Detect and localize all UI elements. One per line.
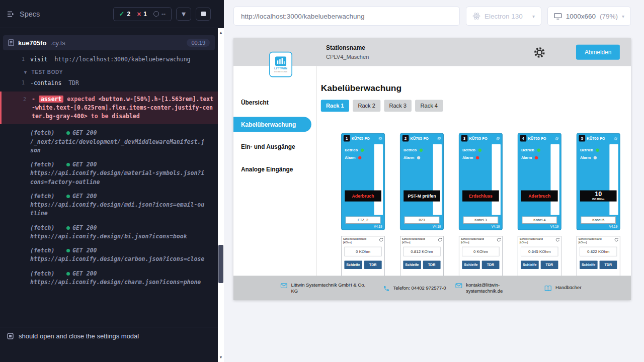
- schleife-button[interactable]: Schleife: [462, 261, 479, 269]
- refresh-button[interactable]: [379, 238, 383, 242]
- spec-name: kue705fo: [18, 39, 46, 47]
- module-model: KÜ705-FO: [528, 136, 546, 141]
- resistance-value: 0.812 KOhm: [403, 247, 440, 256]
- tab-rack-4[interactable]: Rack 4: [415, 100, 443, 112]
- station-info: Stationsname CPLV4_Maschen: [326, 44, 369, 60]
- module-gear-button[interactable]: [554, 136, 559, 141]
- footer-email[interactable]: kontakt@littwin-systemtechnik.de: [455, 282, 544, 295]
- cable-name-field[interactable]: Kabel 5: [581, 217, 616, 224]
- alarm-led: [358, 156, 361, 159]
- sidebar-item-uebersicht[interactable]: Übersicht: [233, 95, 316, 110]
- fetch-log-row[interactable]: (fetch)GET 200 https://api.iconify.desig…: [0, 268, 218, 288]
- status-display: 10 ISO MOhm: [580, 191, 617, 202]
- measurement-label: Schleifenwiderstand [kOhm]: [343, 238, 375, 244]
- status-display: Aderbruch: [345, 191, 381, 202]
- tab-rack-3[interactable]: Rack 3: [384, 100, 412, 112]
- scrollbar-thumb[interactable]: [218, 245, 223, 283]
- tab-rack-2[interactable]: Rack 2: [353, 100, 380, 112]
- fetch-log-row[interactable]: (fetch)GET 200 https://api.iconify.desig…: [0, 245, 218, 265]
- device-card-5: 5 KÜ706-FO Betrieb Alarm: [577, 133, 620, 292]
- cable-name-field[interactable]: Kabel 3: [463, 217, 499, 224]
- specs-button[interactable]: Specs: [7, 10, 40, 18]
- pending-icon: [153, 11, 159, 17]
- littwin-logo: LITTWIN SYSTEMTECHNIK: [269, 52, 292, 77]
- logo-text: LITTWIN: [274, 66, 287, 70]
- collapse-button[interactable]: ▾: [176, 8, 191, 21]
- failed-assert-row[interactable]: 2 - assert expected <button.w-[50%].h-[1…: [0, 92, 218, 125]
- schleife-button[interactable]: Schleife: [580, 261, 597, 269]
- module-model: KÜ705-FO: [469, 136, 487, 141]
- firmware-version: V4.19: [374, 225, 382, 228]
- scrollbar-track[interactable]: ▲ ▼: [218, 28, 224, 362]
- chevron-down-icon: ▾: [532, 14, 535, 19]
- status-ok-dot: [66, 195, 70, 198]
- fetch-log-row[interactable]: (fetch)GET 200 https://api.iconify.desig…: [0, 191, 218, 219]
- sidebar-item-ein-und-ausgaenge[interactable]: Ein- und Ausgänge: [233, 139, 316, 154]
- firmware-version: V4.19: [492, 225, 500, 228]
- refresh-button[interactable]: [497, 238, 501, 242]
- spec-bar[interactable]: kue705fo .cy.ts 00:19: [3, 35, 215, 50]
- tdr-button[interactable]: TDR: [540, 261, 558, 269]
- reporter-panel: Specs ✓2 ×1 -- ▾ kue705fo .cy.ts 00:19: [0, 0, 218, 362]
- book-icon: [544, 285, 552, 292]
- tdr-button[interactable]: TDR: [364, 261, 382, 269]
- stat-failed: ×1: [137, 10, 147, 18]
- app-body: Übersicht Kabelüberwachung Ein- und Ausg…: [233, 66, 631, 300]
- device-module: 5 KÜ706-FO Betrieb Alarm: [577, 133, 620, 230]
- x-icon: ×: [137, 10, 141, 18]
- footer-manuals-link[interactable]: Handbücher: [544, 285, 582, 292]
- schleife-button[interactable]: Schleife: [403, 261, 421, 269]
- scroll-down-arrow[interactable]: ▼: [218, 354, 224, 361]
- tdr-button[interactable]: TDR: [481, 261, 499, 269]
- sidebar-item-analoge-eingaenge[interactable]: Analoge Eingänge: [233, 161, 316, 176]
- tdr-button[interactable]: TDR: [423, 261, 440, 269]
- module-gear-button[interactable]: [613, 136, 618, 141]
- cypress-app: Specs ✓2 ×1 -- ▾ kue705fo .cy.ts 00:19: [0, 0, 644, 362]
- schleife-button[interactable]: Schleife: [344, 261, 362, 269]
- refresh-button[interactable]: [555, 238, 560, 242]
- sidebar-item-kabelueberwachung[interactable]: Kabelüberwachung: [233, 117, 311, 132]
- command-log: 1 visit http://localhost:3000/kabelueber…: [0, 50, 218, 327]
- module-gear-button[interactable]: [496, 136, 500, 141]
- command-row-contains[interactable]: 1 -contains TDR: [0, 78, 218, 88]
- spec-extension: .cy.ts: [50, 39, 65, 47]
- alarm-led: [476, 156, 479, 159]
- alarm-led: [594, 156, 597, 159]
- cable-name-field[interactable]: FTZ_2: [346, 217, 381, 224]
- module-model: KÜ705-FO: [411, 136, 429, 141]
- fetch-log-row[interactable]: (fetch)GET 200 https://api.iconify.desig…: [0, 159, 218, 188]
- stop-button[interactable]: [196, 8, 211, 21]
- browser-selector[interactable]: Electron 130 ▾: [466, 7, 541, 26]
- specs-label: Specs: [20, 10, 40, 18]
- stat-pending: --: [153, 11, 166, 18]
- fetch-log-row[interactable]: (fetch)GET 200 https://api.iconify.desig…: [0, 223, 218, 242]
- fetch-url: /_next/static/development/_devMiddleware…: [30, 138, 206, 155]
- url-display[interactable]: http://localhost:3000/kabelueberwachung: [233, 7, 460, 26]
- slot-number: 2: [403, 135, 409, 142]
- cable-name-field[interactable]: B23: [405, 217, 440, 224]
- cable-name-field[interactable]: Kabel 4: [522, 217, 557, 224]
- module-gear-button[interactable]: [378, 136, 383, 141]
- refresh-button[interactable]: [438, 238, 442, 242]
- rack-tabs: Rack 1 Rack 2 Rack 3 Rack 4: [321, 100, 631, 112]
- fetch-log-row[interactable]: (fetch)GET 200 /_next/static/development…: [0, 128, 218, 156]
- test-body-section[interactable]: ▼ TEST BODY: [0, 65, 218, 78]
- logo-subtext: SYSTEMTECHNIK: [274, 71, 288, 72]
- email-icon: [455, 282, 462, 289]
- fetch-url: https://api.iconify.design/carbon.json?i…: [30, 255, 206, 263]
- viewport-selector[interactable]: 1000x660 (79%) ▾: [547, 7, 631, 26]
- scroll-up-arrow[interactable]: ▲: [218, 29, 224, 36]
- refresh-button[interactable]: [614, 238, 619, 242]
- status-ok-dot: [66, 226, 70, 230]
- gear-icon: [554, 136, 559, 141]
- next-test-row[interactable]: should open and close the settings modal: [0, 327, 218, 345]
- footer-phone[interactable]: Telefon: 04402 972577-0: [383, 285, 455, 291]
- email-icon: [280, 282, 287, 289]
- tdr-button[interactable]: TDR: [599, 261, 617, 269]
- logout-button[interactable]: Abmelden: [576, 45, 620, 60]
- tab-rack-1[interactable]: Rack 1: [321, 100, 349, 112]
- settings-gear-button[interactable]: [533, 46, 546, 60]
- module-gear-button[interactable]: [437, 136, 441, 141]
- schleife-button[interactable]: Schleife: [521, 261, 538, 269]
- command-row-visit[interactable]: 1 visit http://localhost:3000/kabelueber…: [0, 54, 218, 65]
